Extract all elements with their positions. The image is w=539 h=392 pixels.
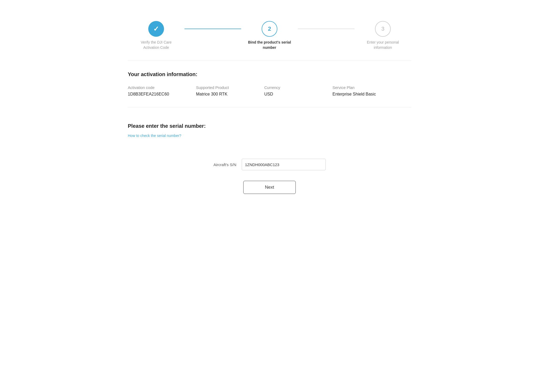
step-3-number: 3 xyxy=(381,25,384,32)
service-plan-label: Service Plan xyxy=(332,85,385,90)
supported-product-value: Matrice 300 RTK xyxy=(196,92,249,97)
activation-table: Activation code 1D8B3EFEA216EC60 Support… xyxy=(128,85,411,97)
step-2: 2 Bind the product's serial number xyxy=(241,21,298,50)
serial-section: Please enter the serial number: How to c… xyxy=(128,118,411,194)
activation-title: Your activation information: xyxy=(128,71,411,77)
connector-2 xyxy=(298,29,355,29)
activation-section: Your activation information: Activation … xyxy=(128,71,411,104)
help-link[interactable]: How to check the serial number? xyxy=(128,134,181,138)
step-2-number: 2 xyxy=(268,25,271,32)
currency-label: Currency xyxy=(264,85,317,90)
step-3-circle: 3 xyxy=(375,21,391,37)
serial-input-label: Aircraft's S/N xyxy=(213,162,236,167)
connector-1 xyxy=(184,29,241,29)
check-icon xyxy=(153,25,159,33)
next-button[interactable]: Next xyxy=(243,181,296,194)
divider-1 xyxy=(128,61,411,61)
step-3-label: Enter your personal information xyxy=(359,40,406,50)
serial-number-input[interactable] xyxy=(242,159,326,170)
serial-title: Please enter the serial number: xyxy=(128,123,411,129)
step-1: Verify the DJI Care Activation Code xyxy=(128,21,184,50)
currency-value: USD xyxy=(264,92,317,97)
serial-input-row: Aircraft's S/N xyxy=(128,159,411,170)
supported-product-col: Supported Product Matrice 300 RTK xyxy=(196,85,249,97)
activation-code-col: Activation code 1D8B3EFEA216EC60 xyxy=(128,85,180,97)
stepper: Verify the DJI Care Activation Code 2 Bi… xyxy=(128,10,411,58)
divider-2 xyxy=(128,107,411,107)
activation-code-value: 1D8B3EFEA216EC60 xyxy=(128,92,180,97)
step-2-circle: 2 xyxy=(262,21,277,37)
supported-product-label: Supported Product xyxy=(196,85,249,90)
step-1-label: Verify the DJI Care Activation Code xyxy=(133,40,180,50)
step-2-label: Bind the product's serial number xyxy=(246,40,293,50)
service-plan-col: Service Plan Enterprise Shield Basic xyxy=(332,85,385,97)
currency-col: Currency USD xyxy=(264,85,317,97)
button-row: Next xyxy=(128,181,411,194)
activation-code-label: Activation code xyxy=(128,85,180,90)
step-3: 3 Enter your personal information xyxy=(355,21,411,50)
step-1-circle xyxy=(148,21,164,37)
service-plan-value: Enterprise Shield Basic xyxy=(332,92,385,97)
